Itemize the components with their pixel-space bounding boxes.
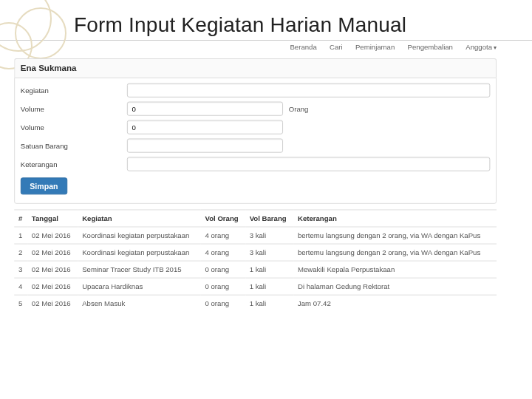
th-no: # — [14, 210, 27, 227]
label-volume-barang: Volume — [21, 123, 127, 132]
cell-kegiatan: Koordinasi kegiatan perpustakaan — [78, 244, 200, 261]
th-vol-barang: Vol Barang — [245, 210, 293, 227]
table-row: 402 Mei 2016Upacara Hardiknas0 orang1 ka… — [14, 278, 497, 295]
table-header-row: # Tanggal Kegiatan Vol Orang Vol Barang … — [14, 210, 497, 227]
input-satuan-barang[interactable] — [127, 138, 283, 152]
cell-vol_barang: 3 kali — [245, 244, 293, 261]
cell-vol_orang: 0 orang — [201, 261, 245, 278]
cell-vol_barang: 3 kali — [245, 227, 293, 244]
nav-cari[interactable]: Cari — [330, 44, 343, 52]
input-kegiatan[interactable] — [127, 83, 491, 98]
table-row: 202 Mei 2016Koordinasi kegiatan perpusta… — [14, 244, 497, 261]
cell-kegiatan: Seminar Tracer Study ITB 2015 — [78, 261, 200, 278]
save-button[interactable]: Simpan — [21, 177, 67, 194]
nav-pengembalian[interactable]: Pengembalian — [408, 44, 453, 52]
table-row: 502 Mei 2016Absen Masuk0 orang1 kaliJam … — [14, 295, 497, 312]
nav-anggota[interactable]: Anggota — [466, 44, 497, 52]
kegiatan-table: # Tanggal Kegiatan Vol Orang Vol Barang … — [14, 209, 497, 311]
cell-keterangan: Di halaman Gedung Rektorat — [293, 278, 497, 295]
panel-user-name: Ena Sukmana — [14, 58, 497, 78]
cell-tanggal: 02 Mei 2016 — [27, 295, 78, 312]
label-satuan-barang: Satuan Barang — [21, 142, 127, 150]
th-keterangan: Keterangan — [293, 210, 497, 227]
cell-vol_orang: 0 orang — [201, 278, 245, 295]
slide-title: Form Input Kegiatan Harian Manual — [0, 0, 532, 41]
form-kegiatan: Kegiatan Volume Orang Volume Satuan Bara… — [14, 78, 497, 204]
cell-kegiatan: Koordinasi kegiatan perpustakaan — [78, 227, 200, 244]
cell-vol_orang: 0 orang — [201, 295, 245, 312]
cell-keterangan: Jam 07.42 — [293, 295, 497, 312]
cell-vol_barang: 1 kali — [245, 278, 293, 295]
cell-vol_orang: 4 orang — [201, 244, 245, 261]
cell-tanggal: 02 Mei 2016 — [27, 244, 78, 261]
cell-vol_barang: 1 kali — [245, 295, 293, 312]
cell-kegiatan: Absen Masuk — [78, 295, 200, 312]
label-keterangan: Keterangan — [21, 160, 127, 168]
cell-vol_barang: 1 kali — [245, 261, 293, 278]
table-row: 302 Mei 2016Seminar Tracer Study ITB 201… — [14, 261, 497, 278]
cell-no: 5 — [14, 295, 27, 312]
cell-vol_orang: 4 orang — [201, 227, 245, 244]
nav-beranda[interactable]: Beranda — [290, 44, 316, 52]
cell-no: 1 — [14, 227, 27, 244]
input-keterangan[interactable] — [127, 157, 491, 171]
input-volume-orang[interactable] — [127, 102, 283, 116]
th-tanggal: Tanggal — [27, 210, 78, 227]
cell-no: 3 — [14, 261, 27, 278]
cell-tanggal: 02 Mei 2016 — [27, 278, 78, 295]
cell-tanggal: 02 Mei 2016 — [27, 261, 78, 278]
label-volume-orang: Volume — [21, 105, 127, 113]
unit-orang: Orang — [289, 105, 309, 113]
cell-no: 2 — [14, 244, 27, 261]
cell-keterangan: Mewakili Kepala Perpustakaan — [293, 261, 497, 278]
cell-kegiatan: Upacara Hardiknas — [78, 278, 200, 295]
cell-keterangan: bertemu langsung dengan 2 orang, via WA … — [293, 244, 497, 261]
cell-no: 4 — [14, 278, 27, 295]
th-kegiatan: Kegiatan — [78, 210, 200, 227]
label-kegiatan: Kegiatan — [21, 86, 127, 95]
input-volume-barang[interactable] — [127, 120, 283, 134]
cell-keterangan: bertemu langsung dengan 2 orang, via WA … — [293, 227, 497, 244]
th-vol-orang: Vol Orang — [201, 210, 245, 227]
nav-peminjaman[interactable]: Peminjaman — [355, 44, 395, 52]
cell-tanggal: 02 Mei 2016 — [27, 227, 78, 244]
table-row: 102 Mei 2016Koordinasi kegiatan perpusta… — [14, 227, 497, 244]
top-nav: Beranda Cari Peminjaman Pengembalian Ang… — [14, 41, 497, 58]
